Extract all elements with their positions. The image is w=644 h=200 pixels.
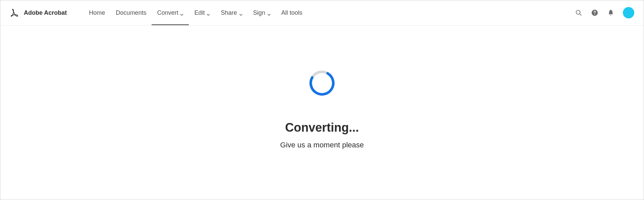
- chevron-down-icon: [207, 11, 210, 14]
- avatar[interactable]: [623, 7, 634, 18]
- nav-label: All tools: [281, 9, 303, 16]
- main-content: Converting... Give us a moment please: [0, 25, 644, 149]
- loading-spinner-icon: [308, 69, 336, 97]
- status-subtitle: Give us a moment please: [280, 141, 364, 149]
- nav-label: Edit: [194, 9, 205, 16]
- header-bar: Adobe Acrobat Home Documents Convert Edi…: [0, 0, 644, 25]
- logo-section: Adobe Acrobat: [10, 8, 67, 17]
- chevron-down-icon: [267, 11, 271, 14]
- notifications-icon[interactable]: [607, 9, 615, 17]
- chevron-down-icon: [180, 11, 183, 14]
- search-icon[interactable]: [575, 9, 583, 17]
- nav-all-tools[interactable]: All tools: [276, 0, 308, 25]
- help-icon[interactable]: [591, 9, 599, 17]
- nav-label: Home: [89, 9, 105, 16]
- svg-point-3: [594, 14, 595, 14]
- nav-home[interactable]: Home: [84, 0, 110, 25]
- nav-convert[interactable]: Convert: [152, 0, 189, 25]
- nav-edit[interactable]: Edit: [189, 0, 215, 25]
- svg-point-0: [576, 10, 580, 14]
- nav-label: Documents: [116, 9, 146, 16]
- acrobat-logo-icon: [10, 8, 19, 17]
- chevron-down-icon: [239, 11, 243, 14]
- nav-sign[interactable]: Sign: [248, 0, 276, 25]
- nav-label: Share: [221, 9, 237, 16]
- nav-documents[interactable]: Documents: [110, 0, 152, 25]
- header-right: [575, 7, 634, 18]
- svg-point-5: [308, 69, 336, 97]
- nav-label: Sign: [253, 9, 265, 16]
- svg-line-1: [580, 14, 581, 15]
- nav-share[interactable]: Share: [215, 0, 248, 25]
- product-name: Adobe Acrobat: [24, 9, 67, 16]
- status-title: Converting...: [285, 121, 359, 135]
- main-nav: Home Documents Convert Edit Share Sign: [84, 0, 308, 25]
- nav-label: Convert: [157, 9, 178, 16]
